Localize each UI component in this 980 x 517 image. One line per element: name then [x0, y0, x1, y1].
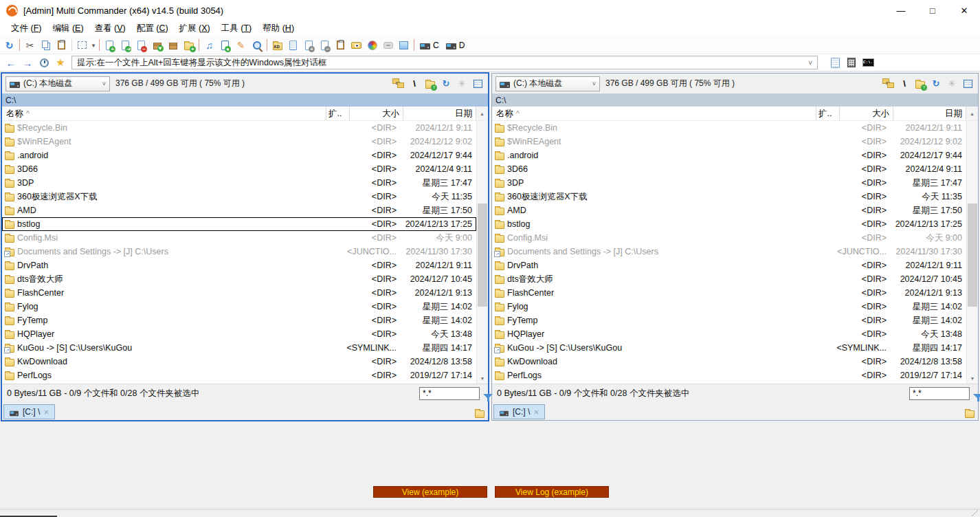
table-row[interactable]: Config.Msi<DIR>今天 9:00: [492, 231, 966, 245]
folder-tree-icon[interactable]: [882, 77, 895, 91]
table-row[interactable]: dts音效大师<DIR>2024/12/7 10:45: [2, 272, 476, 286]
table-row[interactable]: Documents and Settings -> [J] C:\Users<J…: [492, 245, 966, 258]
table-row[interactable]: $Recycle.Bin<DIR>2024/12/1 9:11: [2, 121, 476, 135]
delete-file-icon[interactable]: [133, 38, 149, 53]
menu-item[interactable]: 帮助 (H): [257, 21, 300, 36]
table-row[interactable]: 360极速浏览器X下载<DIR>今天 11:35: [492, 190, 966, 204]
table-row[interactable]: Fylog<DIR>星期三 14:02: [2, 300, 476, 314]
refresh-pane-icon[interactable]: ↻: [439, 77, 453, 91]
table-row[interactable]: bstlog<DIR>2024/12/13 17:25: [492, 217, 966, 231]
table-row[interactable]: PerfLogs<DIR>2019/12/7 17:14: [492, 368, 966, 382]
disconnect-icon[interactable]: ✳✕: [455, 77, 469, 91]
hint-input[interactable]: 提示:在一个文件上Alt+回车键将显示该文件的Windows属性对话框 ˅: [71, 56, 818, 69]
cut-icon[interactable]: ✂: [22, 38, 38, 53]
table-row[interactable]: 3D66<DIR>2024/12/4 9:11: [2, 162, 476, 176]
table-row[interactable]: FyTemp<DIR>星期三 14:02: [2, 314, 476, 327]
table-row[interactable]: 3DP<DIR>星期三 17:47: [2, 176, 476, 190]
table-row[interactable]: FyTemp<DIR>星期三 14:02: [492, 314, 966, 327]
table-row[interactable]: FlashCenter<DIR>2024/12/1 9:13: [2, 286, 476, 300]
scrollbar-thumb[interactable]: [478, 204, 487, 307]
tab-close-icon[interactable]: ✕: [43, 408, 49, 416]
table-row[interactable]: Config.Msi<DIR>今天 9:00: [2, 231, 476, 245]
menu-item[interactable]: 编辑 (E): [47, 21, 89, 36]
column-ext[interactable]: 扩..: [326, 107, 350, 120]
column-size[interactable]: 大小: [350, 107, 403, 120]
menu-item[interactable]: 配置 (C): [131, 21, 174, 36]
kb-folder-icon[interactable]: kb: [269, 38, 285, 53]
calculator-icon[interactable]: [844, 56, 859, 69]
table-row[interactable]: AMD<DIR>星期三 17:50: [2, 204, 476, 217]
goto-root-icon[interactable]: \: [898, 77, 911, 91]
tab-c-drive[interactable]: [C:] \ ✕: [3, 404, 55, 419]
edit-file-icon[interactable]: ✎: [233, 38, 249, 53]
table-row[interactable]: FlashCenter<DIR>2024/12/1 9:13: [492, 286, 966, 300]
resize-grip[interactable]: [972, 510, 979, 517]
comment-icon[interactable]: [380, 38, 396, 53]
table-row[interactable]: .android<DIR>2024/12/17 9:44: [2, 148, 476, 162]
vertical-scrollbar[interactable]: ▼: [476, 121, 488, 384]
viewer-eye-icon[interactable]: [348, 38, 364, 53]
refresh-icon[interactable]: ↻: [1, 38, 17, 53]
current-path[interactable]: C:\: [2, 94, 488, 107]
copy-file-icon[interactable]: [118, 38, 133, 53]
table-row[interactable]: KuGou -> [S] C:\Users\KuGou<SYMLINK...星期…: [492, 341, 966, 355]
folder-tree-icon[interactable]: [392, 77, 405, 91]
view-log-example-button[interactable]: View Log (example): [495, 486, 609, 498]
filter-input[interactable]: *.*: [909, 387, 970, 400]
current-path[interactable]: C:\: [492, 94, 978, 107]
column-date[interactable]: 日期: [403, 107, 476, 120]
table-row[interactable]: Documents and Settings -> [J] C:\Users<J…: [2, 245, 476, 258]
folder-up-icon[interactable]: [913, 77, 927, 91]
clipboard-tool-icon[interactable]: [333, 38, 348, 53]
new-folder-icon[interactable]: [181, 38, 197, 53]
table-row[interactable]: KwDownload<DIR>2024/12/8 13:58: [2, 355, 476, 368]
table-row[interactable]: AMD<DIR>星期三 17:50: [492, 204, 966, 217]
scrollbar-thumb[interactable]: [968, 204, 977, 307]
menu-item[interactable]: 扩展 (X): [174, 21, 216, 36]
table-row[interactable]: HQPlayer<DIR>今天 13:48: [2, 327, 476, 341]
copy-icon[interactable]: [38, 38, 54, 53]
table-row[interactable]: $WinREAgent<DIR>2024/12/12 9:02: [492, 135, 966, 148]
scroll-down-arrow[interactable]: ▼: [477, 373, 488, 384]
table-row[interactable]: DrvPath<DIR>2024/12/1 9:11: [2, 258, 476, 272]
preview-search-icon[interactable]: [217, 38, 233, 53]
command-prompt-icon[interactable]: C:\.: [860, 56, 876, 69]
tab-lock-folder-icon[interactable]: [475, 408, 485, 418]
table-row[interactable]: KuGou -> [S] C:\Users\KuGou<SYMLINK...星期…: [2, 341, 476, 355]
table-row[interactable]: $Recycle.Bin<DIR>2024/12/1 9:11: [492, 121, 966, 135]
table-row[interactable]: DrvPath<DIR>2024/12/1 9:11: [492, 258, 966, 272]
menu-item[interactable]: 文件 (F): [5, 21, 47, 36]
column-name[interactable]: 名称^: [2, 107, 326, 120]
view-mode-icon[interactable]: [471, 77, 485, 91]
tab-lock-folder-icon[interactable]: [965, 408, 975, 418]
pack-archive-icon[interactable]: [149, 38, 165, 53]
panel-layout-icon[interactable]: [396, 38, 412, 53]
table-row[interactable]: HQPlayer<DIR>今天 13:48: [492, 327, 966, 341]
drive-c-button[interactable]: C: [416, 38, 443, 53]
menu-item[interactable]: 查看 (V): [89, 21, 131, 36]
table-row[interactable]: bstlog<DIR>2024/12/13 17:25: [2, 217, 476, 231]
column-size[interactable]: 大小: [840, 107, 893, 120]
column-name[interactable]: 名称^: [492, 107, 816, 120]
color-wheel-icon[interactable]: [364, 38, 380, 53]
menu-item[interactable]: 工具 (T): [216, 21, 257, 36]
column-ext[interactable]: 扩..: [816, 107, 840, 120]
table-row[interactable]: 360极速浏览器X下载<DIR>今天 11:35: [2, 190, 476, 204]
scroll-up-arrow[interactable]: ▲: [476, 107, 488, 120]
maximize-button[interactable]: □: [917, 0, 948, 21]
notepad-icon[interactable]: [827, 56, 843, 69]
vertical-scrollbar[interactable]: ▼: [966, 121, 978, 384]
table-row[interactable]: dts音效大师<DIR>2024/12/7 10:45: [492, 272, 966, 286]
folder-up-icon[interactable]: [423, 77, 437, 91]
new-file-icon[interactable]: [102, 38, 118, 53]
unpack-archive-icon[interactable]: [165, 38, 181, 53]
forward-icon[interactable]: →: [20, 56, 35, 69]
back-icon[interactable]: ←: [3, 56, 19, 69]
table-row[interactable]: $WinREAgent<DIR>2024/12/12 9:02: [2, 135, 476, 148]
scroll-down-arrow[interactable]: ▼: [967, 373, 978, 384]
doc-minus-icon[interactable]: [317, 38, 333, 53]
table-row[interactable]: PerfLogs<DIR>2019/12/7 17:14: [2, 368, 476, 382]
table-row[interactable]: KwDownload<DIR>2024/12/8 13:58: [492, 355, 966, 368]
filter-input[interactable]: *.*: [419, 387, 480, 400]
tab-c-drive[interactable]: [C:] \ ✕: [493, 404, 545, 419]
